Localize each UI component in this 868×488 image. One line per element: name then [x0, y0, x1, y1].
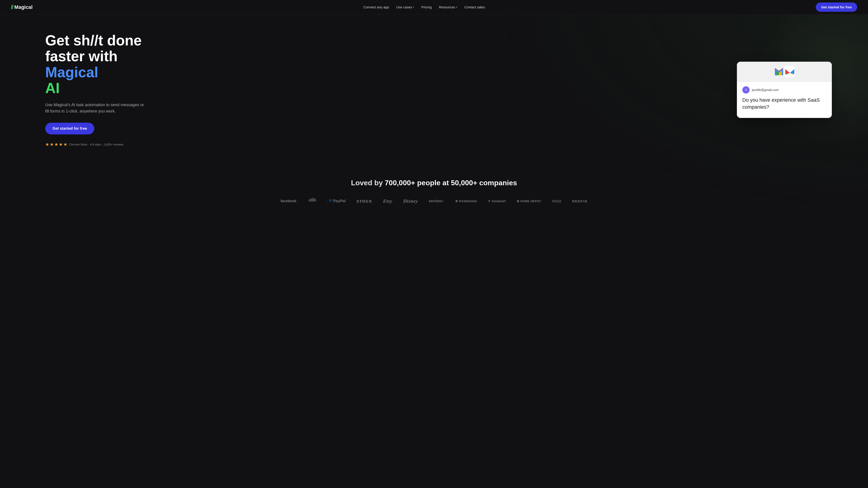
logo-freshworks: ⊕ freshworks	[455, 199, 477, 203]
social-proof-section: Loved by 700,000+ people at 50,000+ comp…	[0, 165, 868, 222]
hero-title-line3: AI	[45, 80, 60, 96]
loved-by-prefix: Loved by	[351, 179, 385, 187]
people-at: people at	[415, 179, 451, 187]
nav-item-pricing: Pricing	[421, 5, 432, 9]
logo-icon: //	[11, 4, 13, 10]
logo-instacart: ✦ Instacart	[488, 199, 506, 203]
hero-illustration: J janelle@gmail.com Do you have experien…	[737, 62, 832, 118]
nav-item-resources: Resources ▾	[439, 5, 457, 9]
hero-rating: ★ ★ ★ ★ ★ Chrome Store · 4.6 stars · 2,6…	[45, 142, 172, 147]
star-1: ★	[45, 142, 49, 147]
navbar: // Magical Connect any app Use cases ▾ P…	[0, 0, 868, 14]
logo-link[interactable]: // Magical	[11, 4, 33, 10]
logo-redfin: REDFIN	[572, 199, 587, 203]
gmail-m-display	[784, 66, 795, 77]
hero-description: Use Magical's AI task automation to send…	[45, 102, 145, 115]
star-5: ★	[63, 142, 67, 147]
star-4: ★	[59, 142, 63, 147]
gmail-card: J janelle@gmail.com Do you have experien…	[737, 62, 832, 118]
gmail-header	[737, 62, 832, 82]
nav-item-use-cases: Use cases ▾	[396, 5, 414, 9]
nav-link-resources[interactable]: Resources ▾	[439, 5, 457, 9]
users-count: 700,000+	[385, 179, 415, 187]
hero-title-line1: Get sh//t done	[45, 32, 142, 48]
hero-cta-button[interactable]: Get started for free	[45, 123, 94, 134]
hero-section: Get sh//t done faster with Magical AI Us…	[0, 14, 868, 165]
logo-disney: Disney	[403, 198, 418, 204]
nav-link-use-cases[interactable]: Use cases ▾	[396, 5, 414, 9]
logo-salesforce	[307, 198, 316, 204]
companies-suffix: companies	[477, 179, 517, 187]
hero-title: Get sh//t done faster with Magical AI	[45, 33, 172, 96]
nav-link-pricing[interactable]: Pricing	[421, 5, 432, 9]
star-3: ★	[54, 142, 58, 147]
nav-link-contact[interactable]: Contact sales	[465, 5, 485, 9]
nav-links: Connect any app Use cases ▾ Pricing Reso…	[364, 5, 485, 9]
gmail-sender: J janelle@gmail.com	[742, 86, 827, 94]
logo-verizon: verizon✓	[429, 199, 444, 203]
logo-facebook: facebook	[281, 199, 296, 203]
sender-avatar: J	[742, 86, 749, 94]
logo-etsy: Etsy	[383, 198, 392, 204]
gmail-body: J janelle@gmail.com Do you have experien…	[737, 82, 832, 118]
nav-link-connect[interactable]: Connect any app	[364, 5, 389, 9]
chevron-down-icon: ▾	[456, 6, 457, 8]
logo-intuit: intuit	[552, 199, 561, 203]
nav-item-contact: Contact sales	[465, 5, 485, 9]
hero-title-line2-prefix: faster with	[45, 48, 118, 64]
company-logos: facebook PP PayPal crocs Etsy Disney ver…	[11, 198, 857, 204]
hero-content: Get sh//t done faster with Magical AI Us…	[45, 33, 172, 147]
chevron-down-icon: ▾	[413, 6, 414, 8]
nav-item-connect: Connect any app	[364, 5, 389, 9]
logo-text: Magical	[14, 4, 33, 10]
logo-paypal: PP PayPal	[327, 199, 346, 203]
companies-count: 50,000+	[451, 179, 477, 187]
nav-cta-button[interactable]: Get started for free	[816, 2, 857, 12]
hero-title-highlight-blue: Magical	[45, 64, 98, 80]
social-proof-title: Loved by 700,000+ people at 50,000+ comp…	[11, 179, 857, 187]
gmail-icon	[774, 66, 784, 77]
star-2: ★	[50, 142, 54, 147]
rating-text: Chrome Store · 4.6 stars · 2,620+ review…	[69, 143, 123, 146]
logo-homedepot: ⊞ HOME DEPOT	[517, 199, 541, 203]
gmail-message: Do you have experience with SaaS compani…	[742, 97, 827, 111]
logo-crocs: crocs	[357, 198, 372, 204]
star-rating: ★ ★ ★ ★ ★	[45, 142, 67, 147]
sender-email: janelle@gmail.com	[752, 88, 778, 92]
